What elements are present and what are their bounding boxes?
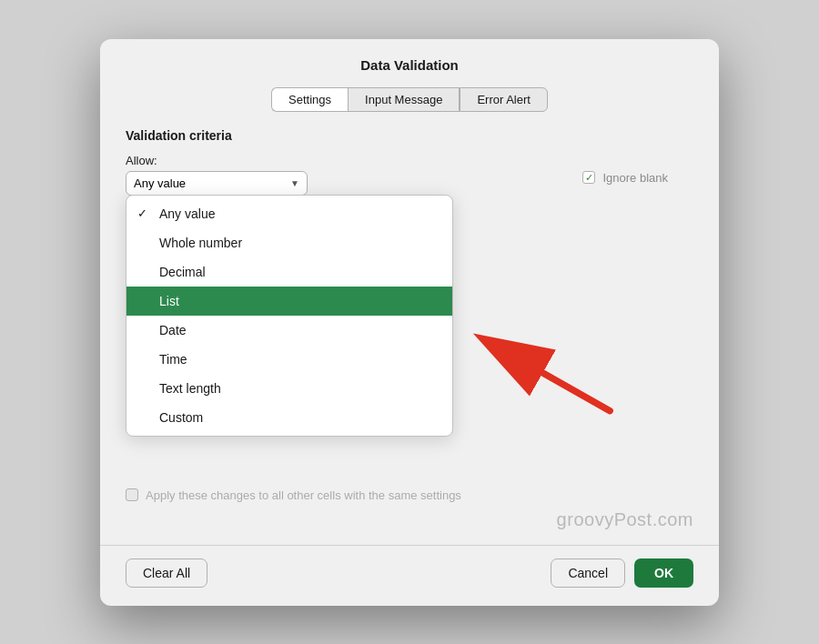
dropdown-item-list[interactable]: List [126,287,452,316]
content-area: ✓ Ignore blank Any value ▼ Any value Who… [126,171,693,502]
tab-error-alert[interactable]: Error Alert [460,87,548,112]
apply-changes-label: Apply these changes to all other cells w… [146,488,461,502]
ok-button[interactable]: OK [634,558,693,588]
checkbox-checkmark: ✓ [585,172,593,184]
select-chevron-icon: ▼ [290,178,299,188]
dialog-body: Validation criteria Allow: ✓ Ignore blan… [100,128,719,502]
allow-dropdown-menu: Any value Whole number Decimal List Date… [126,195,453,437]
allow-label: Allow: [126,154,693,167]
allow-select-value: Any value [134,176,287,190]
dropdown-item-whole-number[interactable]: Whole number [126,228,452,257]
tab-bar: Settings Input Message Error Alert [100,87,719,112]
dialog-title: Data Validation [100,57,719,73]
data-validation-dialog: Data Validation Settings Input Message E… [100,39,719,606]
tab-settings[interactable]: Settings [271,87,348,112]
apply-changes-checkbox[interactable] [126,488,138,501]
dialog-footer: Clear All Cancel OK [100,545,719,588]
ignore-blank-checkbox[interactable]: ✓ [582,171,595,184]
svg-line-1 [485,339,611,410]
clear-all-button[interactable]: Clear All [126,558,207,588]
dropdown-item-date[interactable]: Date [126,316,452,345]
footer-right: Cancel OK [551,558,693,588]
dropdown-item-any-value[interactable]: Any value [126,199,452,228]
section-title-validation: Validation criteria [126,128,693,143]
cancel-button[interactable]: Cancel [551,558,625,588]
watermark: groovyPost.com [100,502,719,538]
dropdown-item-decimal[interactable]: Decimal [126,257,452,287]
allow-select-container: Any value ▼ Any value Whole number Decim… [126,171,308,196]
ignore-blank-row: ✓ Ignore blank [582,171,668,185]
apply-changes-row: Apply these changes to all other cells w… [126,478,693,502]
tab-input-message[interactable]: Input Message [348,87,460,112]
dropdown-item-custom[interactable]: Custom [126,403,452,432]
dropdown-item-text-length[interactable]: Text length [126,374,452,403]
dropdown-item-time[interactable]: Time [126,345,452,374]
allow-select-display[interactable]: Any value ▼ [126,171,308,196]
ignore-blank-label: Ignore blank [602,171,668,185]
